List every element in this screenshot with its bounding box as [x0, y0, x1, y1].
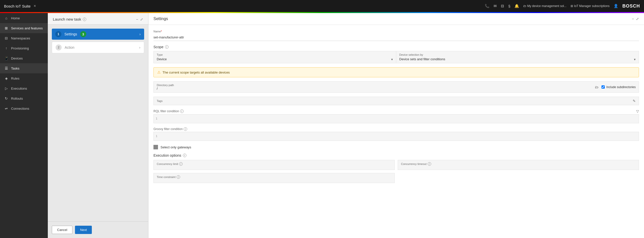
dir-controls: 🗁 Include subdirectories [595, 85, 636, 89]
warning-banner: ⚠ The current scope targets all availabl… [153, 67, 639, 77]
settings-header-controls: − ⤢ [632, 17, 639, 21]
wizard-minimize-button[interactable]: − [136, 17, 138, 21]
step-number-1: 1 [55, 31, 61, 37]
time-constraint-info-icon[interactable]: i [177, 175, 180, 179]
sidebar-item-connections[interactable]: ⇌ Connections [0, 103, 48, 113]
concurrency-timeout-label: Concurrency timeout i [401, 162, 636, 166]
dir-path-label: Directory path [157, 84, 593, 87]
tags-label: Tags [157, 99, 163, 102]
tags-edit-button[interactable]: ✎ [633, 99, 636, 103]
dir-checkbox-row: Include subdirectories [601, 85, 636, 89]
step-arrow-2: › [139, 45, 140, 49]
rules-icon: ◈ [4, 76, 9, 80]
rql-filter-header: RQL filter condition i ▽ [153, 109, 639, 113]
name-input[interactable] [153, 34, 639, 41]
sidebar-item-label: Rules [11, 77, 19, 80]
layout-icon[interactable]: ⊟ [501, 4, 504, 8]
sidebar-item-label: Services and features [11, 26, 43, 30]
include-subdirectories-label: Include subdirectories [606, 85, 636, 89]
wizard-step-settings[interactable]: 1 Settings 3 › [52, 29, 144, 40]
iot-manager-link[interactable]: ⊞ IoT Manager subscriptions [571, 4, 610, 8]
sidebar-item-services[interactable]: ⊞ Services and features [0, 23, 48, 33]
type-select-wrap: Device [157, 57, 393, 61]
groovy-filter-header: Groovy filter condition i [153, 127, 639, 131]
wizard-step-action[interactable]: 2 Action › [52, 42, 144, 53]
settings-body: Name* Scope i Type [148, 25, 644, 188]
wizard-info-icon[interactable]: i [83, 18, 86, 21]
settings-expand-button[interactable]: ⤢ [636, 17, 639, 21]
scope-row: Type Device [153, 51, 639, 63]
sidebar-item-label: Provisioning [11, 46, 29, 50]
settings-minimize-button[interactable]: − [632, 17, 634, 21]
next-button[interactable]: Next [75, 226, 92, 234]
scope-title: Scope i [153, 45, 639, 49]
name-field: Name* [153, 30, 639, 41]
warning-icon: ⚠ [157, 70, 160, 75]
top-bar-left: Bosch IoT Suite × [4, 4, 36, 8]
rql-code-area[interactable]: 1 [153, 114, 639, 123]
wizard-title: Launch new task i [53, 17, 86, 21]
include-subdirectories-checkbox[interactable] [601, 85, 605, 89]
step-arrow-1: › [139, 32, 141, 36]
groovy-code-area[interactable]: 1 [153, 132, 639, 141]
execution-options-section: Execution options i Concurrency limit i [153, 153, 639, 183]
device-mgmt-link[interactable]: 🗁 My device management sol... [523, 4, 567, 8]
type-value: Device [157, 57, 393, 61]
rql-info-icon[interactable]: i [180, 109, 184, 113]
groovy-filter-section: Groovy filter condition i 1 [153, 127, 639, 141]
main-layout: ⌂ Home ⊞ Services and features ⊟ Namespa… [0, 13, 644, 238]
top-bar: Bosch IoT Suite × 📞 ✉ ⊟ § 🔔 🗁 My device … [0, 0, 644, 12]
sidebar-item-namespaces[interactable]: ⊟ Namespaces [0, 33, 48, 43]
warning-text: The current scope targets all available … [163, 71, 230, 74]
currency-icon[interactable]: § [508, 4, 510, 8]
mail-icon[interactable]: ✉ [494, 4, 497, 8]
step-label-settings: Settings [64, 32, 77, 36]
app-close-button[interactable]: × [34, 4, 36, 8]
execution-options-title: Execution options i [153, 153, 639, 157]
wizard-expand-button[interactable]: ⤢ [140, 17, 143, 21]
step-badge-3: 3 [80, 31, 86, 37]
sidebar-item-label: Devices [11, 56, 23, 60]
gateways-toggle[interactable] [153, 145, 158, 149]
dir-path-section: Directory path / [157, 84, 593, 90]
device-selection-select[interactable]: Device sets and filter conditions [399, 57, 636, 61]
sidebar-item-label: Rollouts [11, 97, 23, 100]
concurrency-limit-info-icon[interactable]: i [179, 162, 183, 166]
scope-section: Scope i Type Device [153, 45, 639, 63]
task-panel-container: Launch new task i − ⤢ 1 Settings 3 › [48, 13, 644, 238]
groovy-info-icon[interactable]: i [184, 127, 187, 131]
sidebar-item-provisioning[interactable]: ↑ Provisioning [0, 43, 48, 53]
sidebar-item-rules[interactable]: ◈ Rules [0, 73, 48, 83]
cancel-button[interactable]: Cancel [52, 226, 72, 234]
devices-icon: 📱 [4, 56, 9, 60]
concurrency-timeout-info-icon[interactable]: i [428, 162, 431, 166]
sidebar-item-rollouts[interactable]: ↻ Rollouts [0, 93, 48, 103]
exec-options-info-icon[interactable]: i [183, 154, 186, 157]
tags-row: Tags ✎ [153, 97, 639, 105]
user-icon[interactable]: 👤 [614, 4, 618, 8]
services-icon: ⊞ [4, 26, 9, 30]
settings-title: Settings [153, 17, 168, 21]
sidebar-item-devices[interactable]: 📱 Devices [0, 53, 48, 63]
app-title: Bosch IoT Suite [4, 4, 31, 8]
sidebar-item-label: Connections [11, 107, 29, 110]
device-selection-select-wrap: Device sets and filter conditions [399, 57, 636, 61]
connections-icon: ⇌ [4, 106, 9, 110]
type-select[interactable]: Device [157, 57, 393, 61]
sidebar-item-executions[interactable]: ▷ Executions [0, 83, 48, 93]
scope-info-icon[interactable]: i [165, 45, 169, 49]
rql-filter-button[interactable]: ▽ [636, 109, 639, 113]
phone-icon[interactable]: 📞 [485, 4, 490, 8]
sidebar-item-tasks[interactable]: ☰ Tasks [0, 63, 48, 73]
home-icon: ⌂ [4, 16, 9, 20]
scope-type-field: Type Device [154, 51, 396, 63]
rql-filter-section: RQL filter condition i ▽ 1 [153, 109, 639, 123]
provisioning-icon: ↑ [4, 46, 9, 50]
bell-icon[interactable]: 🔔 [514, 4, 519, 8]
groovy-line-number: 1 [156, 135, 157, 138]
dir-folder-button[interactable]: 🗁 [595, 85, 598, 89]
sidebar-item-home[interactable]: ⌂ Home [0, 13, 48, 23]
concurrency-limit-field: Concurrency limit i [153, 160, 395, 170]
folder-icon: 🗁 [523, 4, 526, 8]
settings-panel: Settings − ⤢ Name* [148, 13, 644, 238]
